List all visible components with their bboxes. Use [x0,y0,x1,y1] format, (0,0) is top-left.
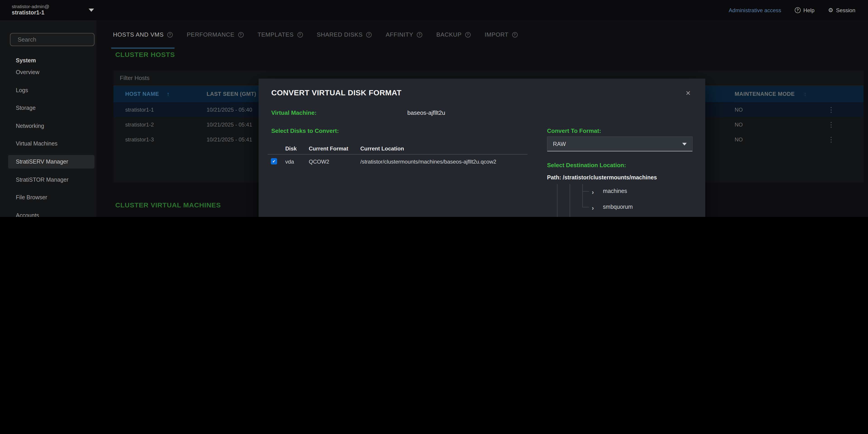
tree-item-label: smbquorum [603,204,633,210]
chevron-right-icon[interactable]: › [592,205,594,211]
format-label: Convert To Format: [547,127,601,134]
tree-connector-line [582,207,589,207]
tree-guide-line [569,184,570,217]
close-icon[interactable]: ✕ [686,90,691,97]
modal-title: CONVERT VIRTUAL DISK FORMAT [271,89,401,98]
tree-guide-line [582,184,583,207]
disk-format: QCOW2 [309,159,329,165]
disk-location: /stratistor/clustermounts/machines/baseo… [360,159,496,165]
disk-col-location: Current Location [360,145,404,152]
convert-disk-modal: CONVERT VIRTUAL DISK FORMAT ✕ Virtual Ma… [258,79,705,217]
disk-table-divider [268,154,528,155]
vm-label: Virtual Machine: [271,109,316,116]
tree-connector-line [582,191,589,192]
format-select[interactable]: RAW [547,136,692,152]
disks-label: Select Disks to Convert: [271,127,339,134]
chevron-right-icon[interactable]: › [592,189,594,195]
tree-item-machines[interactable]: ›machines [592,187,696,196]
disk-col-format: Current Format [309,145,348,152]
vm-value: baseos-ajfllt2u [407,109,445,116]
directory-tree: ›machines›smbquorum›config›credentials›c… [547,184,696,217]
destination-label: Select Destination Location: [547,162,626,169]
tree-item-smbquorum[interactable]: ›smbquorum [592,202,696,211]
disk-checkbox[interactable]: ✔ [271,158,277,164]
tree-item-label: machines [603,188,627,194]
format-selected-value: RAW [553,141,682,147]
tree-guide-line [557,184,557,217]
disk-name: vda [285,159,294,165]
disk-col-disk: Disk [285,145,297,152]
app-root: stratistor-admin@ stratistor1-1 Administ… [0,0,868,217]
select-caret-icon [682,142,687,145]
destination-path: Path: /stratistor/clustermounts/machines [547,174,657,181]
